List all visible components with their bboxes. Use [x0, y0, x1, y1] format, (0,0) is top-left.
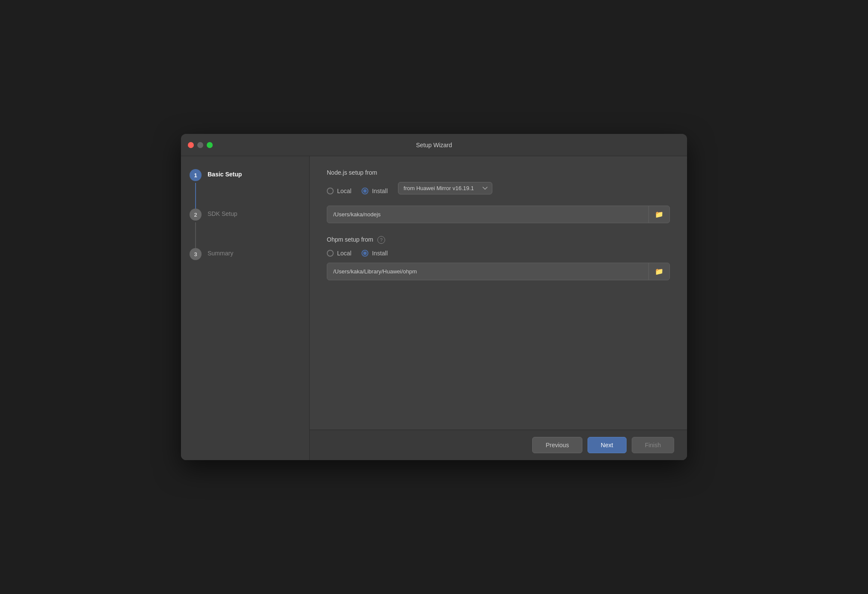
nodejs-local-radio[interactable]: [327, 188, 334, 194]
step2-badge: 2: [190, 209, 202, 221]
minimize-button[interactable]: [197, 142, 203, 148]
sidebar-item-summary[interactable]: 3 Summary: [190, 248, 301, 260]
ohpm-install-label: Install: [372, 250, 388, 257]
nodejs-dropdown-wrapper: from Huawei Mirror v16.19.1 from Officia…: [398, 182, 492, 194]
finish-button[interactable]: Finish: [632, 437, 674, 453]
sidebar-item-basic-setup[interactable]: 1 Basic Setup: [190, 169, 301, 209]
nodejs-section-title: Node.js setup from: [327, 169, 670, 176]
content-area: 1 Basic Setup 2 SDK Setup: [181, 156, 687, 460]
ohpm-browse-button[interactable]: 📁: [648, 263, 669, 280]
nodejs-radio-group: Local Install from Huawei Mirror v16.19.…: [327, 182, 670, 200]
step2-line: [195, 222, 196, 248]
ohpm-section: Ohpm setup from ? Local Install: [327, 236, 670, 280]
step1-line: [195, 183, 196, 209]
ohpm-help-icon[interactable]: ?: [377, 236, 385, 244]
ohpm-path-input[interactable]: [327, 264, 648, 279]
main-content: Node.js setup from Local Install fr: [310, 156, 687, 430]
ohpm-install-radio-label[interactable]: Install: [362, 250, 388, 257]
step3-label: Summary: [208, 248, 233, 257]
ohpm-local-radio-label[interactable]: Local: [327, 250, 351, 257]
window-title: Setup Wizard: [416, 142, 452, 148]
main-panel: Node.js setup from Local Install fr: [310, 156, 687, 460]
ohpm-path-wrapper: 📁: [327, 263, 670, 280]
nodejs-path-input[interactable]: [327, 207, 648, 222]
close-button[interactable]: [188, 142, 194, 148]
traffic-lights: [188, 142, 213, 148]
ohpm-install-radio[interactable]: [362, 250, 368, 257]
ohpm-local-label: Local: [337, 250, 351, 257]
nodejs-mirror-dropdown[interactable]: from Huawei Mirror v16.19.1 from Officia…: [398, 182, 492, 194]
sidebar: 1 Basic Setup 2 SDK Setup: [181, 156, 310, 460]
ohpm-radio-group: Local Install: [327, 250, 670, 257]
ohpm-section-title: Ohpm setup from ?: [327, 236, 670, 244]
nodejs-section: Node.js setup from Local Install fr: [327, 169, 670, 223]
nodejs-local-label: Local: [337, 188, 351, 194]
footer: Previous Next Finish: [310, 430, 687, 460]
titlebar: Setup Wizard: [181, 134, 687, 156]
nodejs-install-radio[interactable]: [362, 188, 368, 194]
nodejs-local-radio-label[interactable]: Local: [327, 188, 351, 194]
step2-connector: 2: [190, 209, 202, 248]
setup-wizard-window: Setup Wizard 1 Basic Setup 2: [181, 134, 687, 460]
sidebar-item-sdk-setup[interactable]: 2 SDK Setup: [190, 209, 301, 248]
next-button[interactable]: Next: [588, 437, 627, 453]
step3-connector: 3: [190, 248, 202, 260]
nodejs-path-wrapper: 📁: [327, 206, 670, 223]
nodejs-browse-button[interactable]: 📁: [648, 206, 669, 223]
folder-icon: 📁: [655, 210, 663, 218]
ohpm-local-radio[interactable]: [327, 250, 334, 257]
step1-label: Basic Setup: [208, 169, 242, 178]
step3-badge: 3: [190, 248, 202, 260]
folder-icon-ohpm: 📁: [655, 267, 663, 276]
nodejs-install-label: Install: [372, 188, 388, 194]
previous-button[interactable]: Previous: [532, 437, 582, 453]
maximize-button[interactable]: [207, 142, 213, 148]
nodejs-install-radio-label[interactable]: Install: [362, 188, 388, 194]
step1-connector: 1: [190, 169, 202, 209]
step1-badge: 1: [190, 169, 202, 181]
step2-label: SDK Setup: [208, 209, 237, 217]
